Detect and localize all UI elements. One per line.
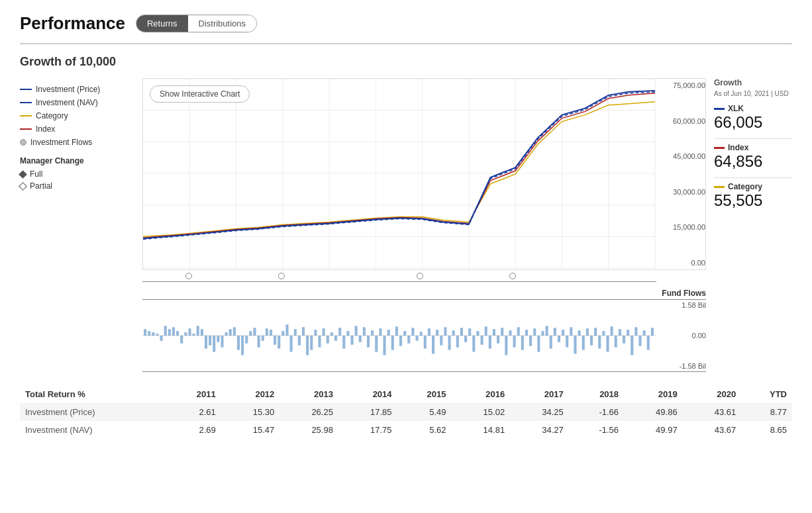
svg-rect-110 (513, 336, 516, 348)
svg-rect-60 (310, 336, 313, 350)
svg-rect-82 (399, 336, 402, 346)
svg-rect-92 (440, 336, 442, 346)
legend-investment-nav: Investment (NAV) (20, 98, 136, 107)
svg-rect-86 (416, 336, 419, 341)
manager-change-section: Manager Change Full Partial (20, 156, 136, 191)
row-nav-2014: 17.75 (338, 421, 397, 439)
manager-change-title: Manager Change (20, 156, 136, 165)
table-header-2018: 2018 (569, 385, 624, 403)
row-price-2016: 15.02 (452, 403, 511, 421)
legend-investment-price: Investment (Price) (20, 85, 136, 94)
diamond-partial-icon (19, 182, 27, 191)
fund-flows-label-zero: 0.00 (656, 332, 706, 340)
svg-rect-113 (525, 330, 528, 336)
svg-rect-102 (481, 336, 483, 345)
growth-chart-svg (143, 79, 656, 269)
svg-rect-28 (180, 336, 183, 344)
legend: Investment (Price) Investment (NAV) Cate… (20, 78, 142, 372)
legend-investment-flows: Investment Flows (20, 138, 136, 147)
svg-rect-85 (411, 328, 414, 336)
table-header-2019: 2019 (624, 385, 683, 403)
tab-returns[interactable]: Returns (136, 15, 188, 32)
show-interactive-chart-button[interactable]: Show Interactive Chart (150, 85, 250, 103)
category-label: Category (728, 182, 762, 191)
x-circle-3 (417, 273, 423, 279)
legend-investment-flows-label: Investment Flows (30, 138, 92, 147)
fund-flows-labels: 1.58 Bil 0.00 -1.58 Bil (656, 300, 706, 371)
legend-partial: Partial (20, 181, 136, 191)
svg-rect-31 (193, 334, 195, 336)
x-circle-1 (185, 273, 192, 279)
svg-rect-119 (550, 336, 552, 349)
svg-rect-41 (233, 327, 236, 336)
svg-rect-122 (562, 330, 564, 336)
x-circle-2 (278, 273, 285, 279)
svg-rect-140 (634, 327, 637, 336)
svg-rect-33 (201, 329, 203, 336)
svg-rect-123 (566, 336, 568, 348)
legend-full: Full (20, 169, 136, 179)
xlk-ticker: XLK (728, 104, 744, 113)
svg-rect-142 (643, 330, 646, 336)
chart-svg-wrapper (143, 79, 656, 269)
right-panel: Growth As of Jun 10, 2021 | USD XLK 66,0… (706, 78, 792, 372)
row-label-nav: Investment (NAV) (20, 421, 167, 439)
svg-rect-100 (472, 336, 475, 352)
category-item: Category 55,505 (714, 182, 792, 210)
svg-rect-68 (342, 336, 345, 349)
y-label-2: 45,000.00 (656, 152, 705, 160)
tab-group[interactable]: Returns Distributions (136, 15, 257, 32)
svg-rect-128 (586, 328, 589, 336)
legend-index-label: Index (36, 124, 55, 134)
row-price-2017: 34.25 (510, 403, 569, 421)
row-price-2012: 15.30 (221, 403, 280, 421)
investment-nav-line-icon (20, 102, 32, 103)
svg-rect-58 (302, 327, 305, 336)
svg-rect-40 (229, 329, 232, 336)
table-header-ytd: YTD (741, 385, 792, 403)
svg-rect-66 (334, 336, 337, 341)
table-header-2020: 2020 (683, 385, 742, 403)
returns-table: Total Return % 2011 2012 2013 2014 2015 … (20, 385, 792, 439)
svg-rect-59 (306, 336, 309, 355)
row-price-ytd: 8.77 (741, 403, 792, 421)
tab-distributions[interactable]: Distributions (188, 15, 257, 32)
page: Performance Returns Distributions Growth… (0, 0, 812, 513)
manager-full-label: Full (30, 169, 42, 179)
row-nav-2011: 2.69 (167, 421, 221, 439)
growth-title: Growth of 10,000 (20, 55, 792, 69)
row-price-2019: 49.86 (624, 403, 683, 421)
row-nav-2019: 49.97 (624, 421, 683, 439)
table-header-2014: 2014 (338, 385, 397, 403)
svg-rect-108 (505, 336, 507, 355)
svg-rect-78 (383, 336, 385, 355)
category-line-icon (20, 115, 32, 117)
svg-rect-34 (205, 336, 207, 349)
svg-rect-114 (529, 336, 532, 346)
svg-rect-61 (314, 330, 317, 336)
svg-rect-35 (209, 336, 211, 346)
svg-rect-79 (387, 330, 390, 336)
row-price-2015: 5.49 (397, 403, 452, 421)
fund-flows-svg-wrapper (142, 300, 656, 371)
fund-flows-chart: 1.58 Bil 0.00 -1.58 Bil (142, 299, 706, 372)
divider-2 (714, 177, 792, 178)
svg-rect-90 (432, 336, 434, 353)
svg-rect-144 (651, 328, 654, 336)
row-nav-ytd: 8.65 (741, 421, 792, 439)
svg-rect-76 (375, 336, 378, 352)
svg-rect-32 (197, 326, 199, 336)
table-header-label: Total Return % (20, 385, 167, 403)
svg-rect-91 (436, 330, 438, 336)
fund-flows-header: Fund Flows (142, 289, 706, 298)
header: Performance Returns Distributions (20, 13, 792, 44)
row-price-2011: 2.61 (167, 403, 221, 421)
fund-flows-title: Fund Flows (662, 289, 706, 298)
svg-rect-88 (424, 336, 427, 349)
y-label-4: 15,000.00 (656, 223, 705, 231)
svg-rect-139 (631, 336, 633, 355)
svg-rect-29 (184, 332, 187, 336)
svg-rect-133 (606, 336, 609, 352)
row-price-2018: -1.66 (569, 403, 624, 421)
table-row: Investment (Price) 2.61 15.30 26.25 17.8… (20, 403, 792, 421)
